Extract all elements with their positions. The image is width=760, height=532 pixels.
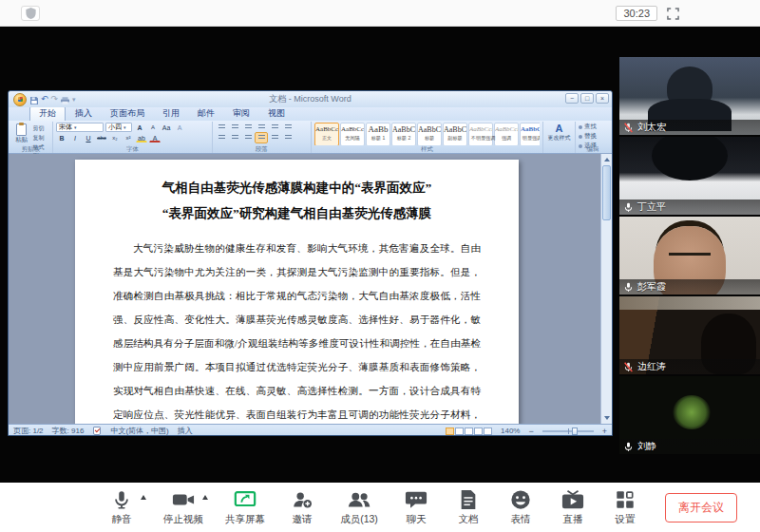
minimize-button[interactable]: − xyxy=(565,93,579,104)
style-subtle-emphasis[interactable]: AaBbCcDd不明显强调 xyxy=(468,123,493,145)
style-emphasis[interactable]: AaBbCcDd强调 xyxy=(494,123,519,145)
leave-meeting-button[interactable]: 离开会议 xyxy=(665,493,737,522)
tab-page-layout[interactable]: 页面布局 xyxy=(102,106,153,121)
zoom-level[interactable]: 140% xyxy=(501,427,520,435)
clear-formatting-button[interactable]: A xyxy=(174,123,185,132)
font-color-button[interactable]: A xyxy=(149,133,161,142)
style-title[interactable]: AaBbC标题 xyxy=(417,123,442,145)
style-no-spacing[interactable]: AaBbCcDd无间隔 xyxy=(340,123,365,145)
share-screen-button[interactable]: 共享屏幕 xyxy=(218,489,272,526)
print-icon[interactable] xyxy=(61,91,69,108)
align-center-icon[interactable] xyxy=(229,133,240,142)
zoom-slider-thumb[interactable] xyxy=(572,428,578,435)
replace-button[interactable]: 替换 xyxy=(579,132,607,141)
redo-icon[interactable]: ↷ xyxy=(51,95,59,104)
save-icon[interactable] xyxy=(30,91,38,108)
align-left-icon[interactable] xyxy=(216,133,227,142)
justify-icon[interactable] xyxy=(256,133,267,142)
line-spacing-icon[interactable] xyxy=(269,133,280,142)
find-button[interactable]: 查找 xyxy=(579,123,607,131)
stop-video-button[interactable]: 停止视频 xyxy=(157,489,210,526)
scroll-down-icon[interactable] xyxy=(601,413,612,424)
strikethrough-button[interactable]: abc xyxy=(96,133,107,142)
video-options-caret[interactable] xyxy=(202,495,208,500)
scroll-up-icon[interactable] xyxy=(601,154,612,164)
style-subtitle[interactable]: AaBbC副标题 xyxy=(443,123,467,145)
web-layout-view-icon[interactable] xyxy=(465,428,473,435)
align-right-icon[interactable] xyxy=(242,133,254,142)
vertical-scrollbar[interactable] xyxy=(600,154,612,424)
increase-indent-icon[interactable] xyxy=(269,123,280,132)
style-normal[interactable]: AaBbCcDd正文 xyxy=(314,123,339,145)
zoom-in-icon[interactable]: + xyxy=(602,428,607,435)
maximize-button[interactable]: □ xyxy=(580,93,594,104)
settings-button[interactable]: 设置 xyxy=(603,489,647,526)
style-heading1[interactable]: AaBb标题 1 xyxy=(366,123,390,145)
zoom-out-icon[interactable]: − xyxy=(528,428,533,435)
close-button[interactable]: × xyxy=(596,93,609,104)
shading-icon[interactable] xyxy=(282,133,294,142)
participant-video-3[interactable]: 彭军霞 xyxy=(619,217,760,294)
chat-button[interactable]: 聊天 xyxy=(394,489,438,526)
superscript-button[interactable]: x² xyxy=(123,133,134,142)
grow-font-button[interactable]: A xyxy=(134,123,145,132)
office-button-icon[interactable] xyxy=(13,93,27,106)
font-name-select[interactable]: 宋体▾ xyxy=(56,123,104,132)
word-window-controls: − □ × xyxy=(565,93,609,104)
sort-icon[interactable] xyxy=(282,123,294,132)
participant-video-4[interactable]: 边红涛 xyxy=(619,296,760,374)
change-styles-button[interactable]: A 更改样式 xyxy=(543,122,576,153)
word-window: ↶ ↷ ▾ 文档 - Microsoft Word − □ × 开始 插入 页面… xyxy=(8,90,613,436)
participant-video-5[interactable]: 刘静 xyxy=(619,376,760,454)
mute-button[interactable]: 静音 xyxy=(95,489,148,526)
qat-dropdown-icon[interactable]: ▾ xyxy=(72,96,76,104)
subscript-button[interactable]: x₂ xyxy=(109,133,121,142)
mute-options-caret[interactable] xyxy=(141,495,146,500)
decrease-indent-icon[interactable] xyxy=(256,123,267,132)
meeting-app-window: 30:23 ↶ ↷ ▾ 文档 - Microsoft Word − □ × xyxy=(0,0,760,532)
security-shield-icon[interactable] xyxy=(21,6,40,21)
draft-view-icon[interactable] xyxy=(484,428,492,435)
multilevel-list-icon[interactable] xyxy=(242,123,254,132)
invite-button[interactable]: 邀请 xyxy=(280,489,324,526)
paste-button[interactable]: 粘贴 xyxy=(12,123,30,145)
participant-video-2[interactable]: 丁立平 xyxy=(619,137,760,215)
outline-view-icon[interactable] xyxy=(474,428,483,435)
zoom-slider[interactable] xyxy=(542,430,594,432)
undo-icon[interactable]: ↶ xyxy=(41,95,48,104)
fullscreen-icon[interactable] xyxy=(667,8,679,20)
participant-video-1[interactable]: 刘太宏 xyxy=(619,57,760,135)
document-title-line2: “表界面效应”研究构建气相自由基荧光传感薄膜 xyxy=(113,200,481,226)
document-page[interactable]: 气相自由基荧光传感薄膜构建中的“表界面效应” “表界面效应”研究构建气相自由基荧… xyxy=(75,160,519,424)
cut-button[interactable]: 剪切 xyxy=(32,124,49,133)
numbered-list-icon[interactable] xyxy=(229,123,240,132)
bullet-list-icon[interactable] xyxy=(216,123,227,132)
docs-button[interactable]: 文档 xyxy=(446,489,490,526)
tab-mailings[interactable]: 邮件 xyxy=(189,106,223,121)
bold-button[interactable]: B xyxy=(56,133,67,142)
mic-icon xyxy=(623,282,634,293)
participant-name: 边红涛 xyxy=(637,360,666,373)
copy-button[interactable]: 复制 xyxy=(32,134,49,142)
scrollbar-thumb[interactable] xyxy=(602,165,611,220)
underline-button[interactable]: U xyxy=(83,133,94,142)
replace-icon xyxy=(579,135,582,139)
shrink-font-button[interactable]: A xyxy=(147,123,159,132)
editing-group: 查找 替换 选择 编辑 xyxy=(576,122,610,153)
tab-references[interactable]: 引用 xyxy=(154,106,188,121)
highlight-button[interactable]: ab xyxy=(136,133,147,142)
font-size-select[interactable]: 小四▾ xyxy=(105,123,132,132)
style-heading2[interactable]: AaBbC标题 2 xyxy=(391,123,416,145)
fullscreen-reading-view-icon[interactable] xyxy=(455,428,464,435)
change-case-button[interactable]: Aa xyxy=(161,123,172,132)
tab-view[interactable]: 视图 xyxy=(259,106,294,121)
spellcheck-icon[interactable] xyxy=(92,427,102,435)
print-layout-view-icon[interactable] xyxy=(446,428,454,435)
tab-insert[interactable]: 插入 xyxy=(66,106,101,121)
members-button[interactable]: 成员(13) xyxy=(332,489,386,526)
emoji-button[interactable]: 表情 xyxy=(499,489,542,526)
tab-review[interactable]: 审阅 xyxy=(224,106,258,121)
italic-button[interactable]: I xyxy=(69,133,81,142)
style-intense-emphasis[interactable]: AaBbCcDd明显强调 xyxy=(520,123,540,145)
live-button[interactable]: 直播 xyxy=(551,489,595,526)
